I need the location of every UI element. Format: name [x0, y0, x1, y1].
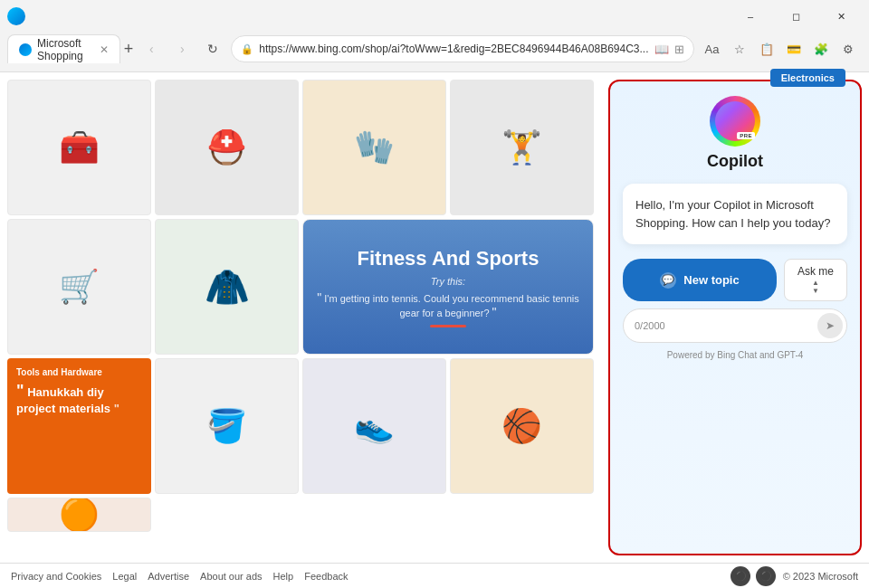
- shoes-icon: 👟: [354, 410, 395, 442]
- ask-me-box[interactable]: Ask me ▲ ▼: [784, 259, 847, 301]
- main-content: 🧰 ⛑️ 🧤 🏋️ 🛒 🧥 Fitness And Sports: [0, 72, 869, 563]
- quote-close-icon: ": [492, 305, 497, 319]
- browser-chrome: – ◻ ✕ Microsoft Shopping ✕ + ‹ › ↻ 🔒 htt…: [0, 0, 869, 72]
- footer-right: ⚫ ⚫ © 2023 Microsoft: [731, 566, 858, 586]
- copilot-greeting-text: Hello, I'm your Copilot in Microsoft Sho…: [635, 198, 830, 230]
- lock-icon: 🔒: [241, 43, 253, 55]
- new-tab-button[interactable]: +: [124, 36, 134, 62]
- maximize-button[interactable]: ◻: [775, 4, 816, 29]
- cart-icon: 🛒: [59, 270, 100, 303]
- basketball-icon: 🏀: [501, 410, 542, 442]
- address-bar[interactable]: 🔒 https://www.bing.com/shop/ai?toWww=1&r…: [231, 35, 693, 62]
- address-bar-row: ‹ › ↻ 🔒 https://www.bing.com/shop/ai?toW…: [133, 35, 869, 62]
- sink-icon: 🪣: [206, 410, 247, 442]
- copilot-greeting-bubble: Hello, I'm your Copilot in Microsoft Sho…: [623, 184, 847, 244]
- ask-me-stepper[interactable]: ▲ ▼: [812, 280, 819, 295]
- banner-quote: " Hanukkah diy project materials ": [16, 381, 142, 417]
- collections-icon[interactable]: 📋: [754, 36, 779, 62]
- pre-badge: PRE: [737, 132, 755, 139]
- char-count: 0/2000: [635, 320, 817, 331]
- ask-me-label: Ask me: [797, 265, 834, 278]
- yoga-mat-icon: 🟠: [59, 498, 100, 531]
- tab-favicon: [19, 43, 32, 56]
- list-item[interactable]: 🟠: [7, 498, 151, 532]
- footer-feedback-link[interactable]: Feedback: [304, 571, 348, 582]
- featured-title: Fitness And Sports: [314, 247, 582, 270]
- jacket-icon: 🧥: [205, 269, 250, 305]
- list-item[interactable]: 🧰: [7, 80, 151, 215]
- footer-legal-link[interactable]: Legal: [112, 571, 137, 582]
- minimize-button[interactable]: –: [730, 4, 771, 29]
- footer-about-ads-link[interactable]: About our ads: [200, 571, 263, 582]
- tab-title: Microsoft Shopping: [37, 37, 89, 62]
- copilot-title: Copilot: [707, 152, 763, 171]
- shopping-grid: 🧰 ⛑️ 🧤 🏋️ 🛒 🧥 Fitness And Sports: [0, 72, 601, 563]
- list-item[interactable]: 🧤: [302, 80, 446, 215]
- banner-category: Tools and Hardware: [16, 367, 142, 377]
- reader-icon: 📖: [654, 43, 669, 56]
- powered-by-text: Powered by Bing Chat and GPT-4: [667, 350, 804, 360]
- copilot-logo: PRE: [710, 96, 760, 147]
- reading-mode-icon[interactable]: Aa: [700, 36, 725, 62]
- favorites-icon[interactable]: ☆: [727, 36, 752, 62]
- product-grid: 🧰 ⛑️ 🧤 🏋️ 🛒 🧥 Fitness And Sports: [7, 80, 594, 532]
- browser-icon: [7, 7, 25, 25]
- gloves-icon: 🧤: [354, 131, 395, 164]
- list-item[interactable]: 🏋️: [450, 80, 594, 215]
- electronics-badge[interactable]: Electronics: [770, 69, 845, 87]
- more-icon[interactable]: ⋯: [863, 36, 870, 62]
- refresh-button[interactable]: ↻: [200, 36, 225, 62]
- footer-links: Privacy and Cookies Legal Advertise Abou…: [11, 571, 349, 582]
- list-item[interactable]: 🛒: [7, 219, 151, 355]
- send-button[interactable]: ➤: [817, 313, 843, 338]
- featured-try-this: Try this:: [314, 276, 582, 287]
- split-icon: ⊞: [674, 43, 684, 56]
- featured-suggestion: " I'm getting into tennis. Could you rec…: [314, 290, 582, 319]
- close-button[interactable]: ✕: [820, 4, 862, 29]
- title-bar: – ◻ ✕: [0, 0, 869, 33]
- quote-open-icon: ": [317, 290, 321, 305]
- toolbar-icons: Aa ☆ 📋 💳 🧩 ⚙ ⋯: [700, 36, 870, 62]
- new-topic-chat-icon: 💬: [660, 272, 676, 289]
- tools-banner[interactable]: Tools and Hardware " Hanukkah diy projec…: [7, 358, 151, 494]
- list-item[interactable]: ⛑️: [155, 80, 299, 215]
- featured-item[interactable]: Fitness And Sports Try this: " I'm getti…: [302, 219, 594, 355]
- stepper-down[interactable]: ▼: [812, 288, 819, 295]
- footer-help-link[interactable]: Help: [273, 571, 294, 582]
- copilot-panel: Electronics PRE Copilot Hello, I'm your …: [608, 80, 862, 555]
- list-item[interactable]: 🧥: [155, 219, 299, 355]
- toolbox-icon: 🧰: [59, 131, 100, 164]
- footer-privacy-link[interactable]: Privacy and Cookies: [11, 571, 101, 582]
- camera-icon-1: ⚫: [731, 566, 750, 586]
- stepper-up[interactable]: ▲: [812, 280, 819, 287]
- tab-close-button[interactable]: ✕: [100, 43, 109, 57]
- footer-advertise-link[interactable]: Advertise: [148, 571, 189, 582]
- page-footer: Privacy and Cookies Legal Advertise Abou…: [0, 563, 869, 588]
- forward-button[interactable]: ›: [169, 36, 195, 62]
- copilot-input-row: 0/2000 ➤: [623, 308, 847, 343]
- settings-icon[interactable]: ⚙: [836, 36, 861, 62]
- featured-progress-bar: [430, 325, 466, 327]
- window-controls: – ◻ ✕: [730, 4, 862, 29]
- tab-bar: Microsoft Shopping ✕ + ‹ › ↻ 🔒 https://w…: [0, 33, 869, 65]
- new-topic-button[interactable]: 💬 New topic: [623, 259, 777, 301]
- helmet-icon: ⛑️: [206, 131, 247, 164]
- back-button[interactable]: ‹: [138, 36, 164, 62]
- camera-icons: ⚫ ⚫: [731, 566, 776, 586]
- featured-content: Fitness And Sports Try this: " I'm getti…: [303, 236, 593, 338]
- camera-icon-2: ⚫: [756, 566, 776, 586]
- active-tab[interactable]: Microsoft Shopping ✕: [7, 34, 120, 63]
- list-item[interactable]: 🏀: [450, 358, 594, 494]
- weights-icon: 🏋️: [501, 131, 542, 164]
- extensions-icon[interactable]: 🧩: [808, 36, 834, 62]
- url-text: https://www.bing.com/shop/ai?toWww=1&red…: [259, 43, 648, 55]
- list-item[interactable]: 👟: [302, 358, 446, 494]
- copyright-text: © 2023 Microsoft: [783, 571, 858, 582]
- list-item[interactable]: 🪣: [155, 358, 299, 494]
- wallet-icon[interactable]: 💳: [781, 36, 807, 62]
- copilot-action-row: 💬 New topic Ask me ▲ ▼: [623, 259, 847, 301]
